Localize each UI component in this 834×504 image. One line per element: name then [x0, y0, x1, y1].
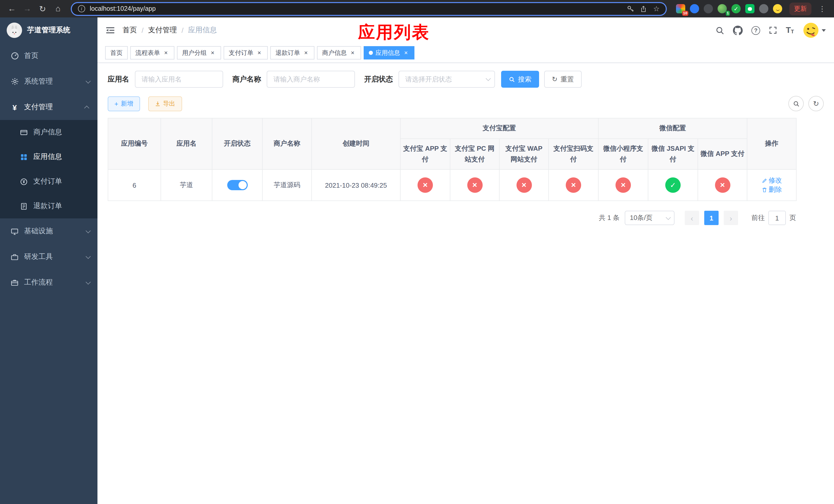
document-icon [20, 202, 28, 210]
url-text[interactable]: localhost:1024/pay/app [90, 5, 622, 12]
sidebar-item-label: 支付订单 [33, 177, 62, 186]
sidebar-item-label: 工作流程 [24, 278, 53, 287]
tab-label: 用户分组 [182, 48, 207, 57]
tab-pay-order[interactable]: 支付订单 [224, 46, 268, 60]
tab-app-info[interactable]: 应用信息 [364, 46, 414, 60]
search-button[interactable]: 搜索 [501, 71, 539, 88]
sidebar-item-label: 应用信息 [33, 152, 62, 161]
bookmark-star-icon[interactable]: ☆ [653, 5, 660, 12]
close-icon[interactable] [349, 49, 356, 56]
drop-extension-icon[interactable] [690, 4, 699, 13]
breadcrumb-separator: / [141, 26, 144, 35]
breadcrumb-section[interactable]: 支付管理 [148, 26, 177, 35]
page-number-button[interactable]: 1 [704, 211, 719, 225]
status-toggle[interactable] [227, 180, 247, 190]
search-icon [509, 76, 515, 82]
sidebar-item-payment[interactable]: ¥ 支付管理 [0, 94, 97, 120]
sidebar-item-label: 研发工具 [24, 252, 53, 261]
close-icon[interactable] [256, 49, 263, 56]
address-bar[interactable]: i localhost:1024/pay/app ☆ [71, 2, 667, 16]
close-icon[interactable] [303, 49, 309, 56]
app-table: 应用编号 应用名 开启状态 商户名称 创建时间 支付宝配置 微信配置 操作 支付… [108, 118, 796, 201]
tab-process-form[interactable]: 流程表单 [130, 46, 174, 60]
breadcrumb-home[interactable]: 首页 [123, 26, 137, 35]
close-icon[interactable] [162, 49, 169, 56]
dark-extension-icon[interactable] [704, 4, 713, 13]
fullscreen-icon[interactable] [769, 26, 777, 35]
profile-extension-icon[interactable]: 1 [718, 4, 727, 13]
forward-icon[interactable]: → [21, 2, 34, 15]
tab-user-group[interactable]: 用户分组 [177, 46, 221, 60]
tab-home[interactable]: 首页 [105, 46, 128, 60]
page-unit-label: 页 [789, 213, 796, 223]
browser-menu-icon[interactable]: ⋮ [815, 5, 829, 13]
tab-merchant-info[interactable]: 商户信息 [317, 46, 361, 60]
table-tools: ↻ [788, 96, 824, 111]
status-select[interactable]: 请选择开启状态 [398, 71, 495, 88]
main-area: 应用列表 首页 / 支付管理 / 应用信息 ? TT [97, 18, 834, 504]
sidebar-item-app-info[interactable]: 应用信息 [0, 144, 97, 169]
site-info-icon[interactable]: i [78, 5, 85, 12]
close-icon[interactable] [403, 49, 409, 56]
page-size-select[interactable]: 10条/页 [625, 211, 675, 225]
navbar-actions: ? TT [716, 22, 826, 39]
cell-wechat-app [698, 170, 747, 201]
col-alipay-pc: 支付宝 PC 网站支付 [450, 139, 499, 170]
sidebar-item-label: 基础设施 [24, 227, 53, 236]
add-button[interactable]: + 新增 [108, 96, 140, 111]
filter-form: 应用名 商户名称 开启状态 请选择开启状态 搜索 ↻ 重置 [108, 71, 824, 88]
sidebar-item-workflow[interactable]: 工作流程 [0, 270, 97, 295]
monitor-icon [10, 227, 19, 235]
close-icon[interactable] [209, 49, 216, 56]
sidebar-item-infra[interactable]: 基础设施 [0, 219, 97, 244]
plus-icon: + [114, 100, 118, 107]
browser-toolbar: ← → ↻ ⌂ i localhost:1024/pay/app ☆ 10 1 … [0, 0, 834, 18]
sidebar-item-system[interactable]: 系统管理 [0, 69, 97, 94]
sidebar-item-refund-order[interactable]: 退款订单 [0, 194, 97, 219]
chevron-down-icon [86, 279, 91, 284]
hamburger-icon[interactable] [106, 26, 115, 35]
grid-extension-icon[interactable]: 10 [676, 4, 685, 13]
chevron-down-icon [86, 228, 91, 233]
export-button[interactable]: 导出 [148, 96, 182, 111]
sidebar-item-merchant-info[interactable]: 商户信息 [0, 120, 97, 144]
emoji-extension-icon[interactable] [773, 4, 782, 13]
delete-link[interactable]: 删除 [762, 185, 782, 194]
browser-update-button[interactable]: 更新 [789, 2, 811, 15]
sidebar-item-home[interactable]: 首页 [0, 43, 97, 69]
sidebar-logo[interactable]: 芋道管理系统 [0, 18, 97, 43]
check-extension-icon[interactable]: ✓ [731, 4, 741, 13]
sidebar-item-devtools[interactable]: 研发工具 [0, 244, 97, 270]
edit-link[interactable]: 修改 [762, 176, 782, 185]
tab-refund-order[interactable]: 退款订单 [270, 46, 314, 60]
key-icon[interactable] [627, 5, 634, 12]
reset-button-label: 重置 [561, 75, 574, 84]
toggle-search-button[interactable] [788, 96, 804, 111]
refresh-table-button[interactable]: ↻ [808, 96, 824, 111]
merchant-name-input[interactable] [267, 71, 355, 88]
prev-page-button[interactable]: ‹ [685, 211, 699, 225]
col-wechat-jsapi: 微信 JSAPI 支付 [648, 139, 698, 170]
github-icon[interactable] [733, 25, 743, 35]
search-icon[interactable] [716, 26, 724, 35]
goto-page-input[interactable] [768, 211, 786, 225]
disabled-icon [516, 178, 532, 193]
share-icon[interactable] [640, 5, 647, 12]
puzzle-extension-icon[interactable] [759, 4, 768, 13]
reload-icon[interactable]: ↻ [36, 2, 49, 15]
wechat-devtools-icon[interactable] [745, 4, 754, 13]
app-name-input[interactable] [135, 71, 223, 88]
back-icon[interactable]: ← [5, 2, 19, 15]
chevron-down-icon [666, 215, 671, 220]
reset-button[interactable]: ↻ 重置 [544, 71, 581, 88]
col-alipay-wap: 支付宝 WAP 网站支付 [499, 139, 549, 170]
next-page-button[interactable]: › [724, 211, 738, 225]
tab-label: 流程表单 [135, 48, 160, 57]
home-icon[interactable]: ⌂ [51, 2, 65, 15]
font-size-icon[interactable]: TT [786, 26, 794, 35]
sidebar-item-pay-order[interactable]: 支付订单 [0, 169, 97, 194]
cell-alipay-pc [450, 170, 499, 201]
help-icon[interactable]: ? [751, 26, 760, 35]
tab-label: 应用信息 [375, 48, 400, 57]
user-menu[interactable] [803, 22, 826, 39]
